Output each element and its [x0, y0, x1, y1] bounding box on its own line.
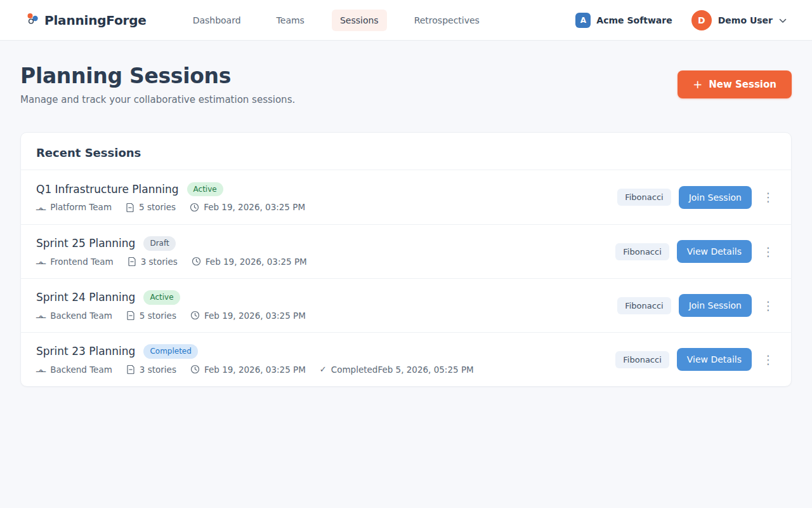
brand-title: PlanningForge [44, 13, 147, 28]
team-name: Backend Team [50, 364, 112, 375]
team-meta: ـمـ Backend Team [36, 311, 112, 321]
deck-chip: Fibonacci [615, 243, 669, 260]
team-icon: ـمـ [36, 311, 46, 319]
user-name: Demo User [718, 15, 773, 25]
session-main: Sprint 25 Planning Draft ـمـ Frontend Te… [36, 236, 615, 266]
stories-meta: 5 stories [126, 311, 176, 321]
session-meta: ـمـ Backend Team 3 stories [36, 364, 615, 375]
team-name: Backend Team [50, 311, 112, 321]
session-row: Sprint 25 Planning Draft ـمـ Frontend Te… [21, 224, 791, 278]
session-title: Sprint 24 Planning [36, 291, 135, 304]
brand[interactable]: PlanningForge [25, 11, 147, 29]
recent-sessions-card: Recent Sessions Q1 Infrastructure Planni… [20, 132, 792, 387]
user-menu[interactable]: D Demo User [691, 10, 787, 30]
session-main: Sprint 23 Planning Completed ـمـ Backend… [36, 344, 615, 374]
document-icon [126, 311, 135, 320]
nav-item-dashboard[interactable]: Dashboard [185, 10, 249, 31]
deck-chip: Fibonacci [617, 189, 671, 206]
session-meta: ـمـ Frontend Team 3 stories [36, 257, 615, 267]
session-list: Q1 Infrastructure Planning Active ـمـ Pl… [21, 170, 791, 386]
completed-info: ✓ CompletedFeb 5, 2026, 05:25 PM [320, 364, 474, 375]
session-main: Q1 Infrastructure Planning Active ـمـ Pl… [36, 182, 617, 212]
clock-icon [190, 364, 200, 374]
document-icon [126, 364, 135, 374]
completed-text: CompletedFeb 5, 2026, 05:25 PM [331, 364, 474, 375]
session-date: Feb 19, 2026, 03:25 PM [204, 202, 305, 212]
stories-count: 5 stories [139, 202, 176, 212]
org-name: Acme Software [596, 15, 672, 25]
session-date: Feb 19, 2026, 03:25 PM [204, 311, 306, 321]
session-row: Sprint 24 Planning Active ـمـ Backend Te… [21, 278, 791, 332]
session-meta: ـمـ Backend Team 5 stories [36, 311, 617, 321]
session-title: Sprint 25 Planning [36, 237, 135, 250]
kebab-menu-icon[interactable]: ⋮ [761, 189, 776, 206]
session-action-button[interactable]: Join Session [679, 186, 752, 209]
team-icon: ـمـ [36, 203, 46, 211]
main-nav: DashboardTeamsSessionsRetrospectives [185, 10, 488, 31]
nav-item-sessions[interactable]: Sessions [332, 10, 387, 31]
session-side: Fibonacci View Details ⋮ [615, 348, 776, 371]
card-header: Recent Sessions [21, 133, 791, 170]
document-icon [126, 203, 134, 212]
stories-count: 3 stories [140, 364, 176, 375]
session-action-button[interactable]: Join Session [679, 294, 752, 317]
session-date: Feb 19, 2026, 03:25 PM [206, 257, 307, 267]
date-meta: Feb 19, 2026, 03:25 PM [190, 311, 306, 321]
nav-item-teams[interactable]: Teams [268, 10, 313, 31]
header-right: A Acme Software D Demo User [575, 10, 787, 30]
session-row: Q1 Infrastructure Planning Active ـمـ Pl… [21, 170, 791, 224]
team-icon: ـمـ [36, 365, 46, 373]
team-meta: ـمـ Frontend Team [36, 257, 114, 267]
team-name: Frontend Team [50, 257, 114, 267]
stories-meta: 3 stories [126, 364, 176, 375]
new-session-label: New Session [709, 79, 776, 90]
kebab-menu-icon[interactable]: ⋮ [761, 243, 776, 260]
team-icon: ـمـ [36, 257, 46, 265]
nav-item-retrospectives[interactable]: Retrospectives [406, 10, 488, 31]
logo-icon [25, 11, 39, 29]
team-meta: ـمـ Platform Team [36, 202, 112, 212]
session-side: Fibonacci Join Session ⋮ [617, 186, 776, 209]
status-badge: Active [143, 290, 180, 304]
stories-count: 3 stories [141, 257, 178, 267]
org-avatar: A [575, 13, 591, 28]
check-icon: ✓ [320, 364, 327, 374]
deck-chip: Fibonacci [615, 351, 669, 368]
app-header: PlanningForge DashboardTeamsSessionsRetr… [0, 0, 812, 41]
session-side: Fibonacci Join Session ⋮ [617, 294, 776, 317]
status-badge: Draft [143, 236, 175, 250]
clock-icon [190, 311, 200, 320]
clock-icon [190, 203, 199, 212]
status-badge: Completed [143, 344, 197, 358]
session-meta: ـمـ Platform Team 5 stories [36, 202, 617, 212]
date-meta: Feb 19, 2026, 03:25 PM [192, 257, 307, 267]
document-icon [128, 257, 136, 266]
session-row: Sprint 23 Planning Completed ـمـ Backend… [21, 332, 791, 386]
card-title: Recent Sessions [36, 146, 141, 159]
stories-meta: 5 stories [126, 202, 176, 212]
session-side: Fibonacci View Details ⋮ [615, 240, 776, 263]
date-meta: Feb 19, 2026, 03:25 PM [190, 364, 306, 375]
status-badge: Active [187, 182, 223, 196]
session-title: Sprint 23 Planning [36, 345, 135, 358]
user-avatar: D [691, 10, 712, 30]
plus-icon: + [693, 79, 702, 90]
stories-count: 5 stories [140, 311, 176, 321]
date-meta: Feb 19, 2026, 03:25 PM [190, 202, 305, 212]
session-main: Sprint 24 Planning Active ـمـ Backend Te… [36, 290, 617, 320]
team-meta: ـمـ Backend Team [36, 364, 112, 375]
chevron-down-icon [779, 14, 787, 26]
stories-meta: 3 stories [128, 257, 178, 267]
session-action-button[interactable]: View Details [677, 348, 752, 371]
kebab-menu-icon[interactable]: ⋮ [761, 351, 776, 368]
page-subtitle: Manage and track your collaborative esti… [20, 94, 295, 105]
page-head: Planning Sessions Manage and track your … [20, 64, 792, 105]
kebab-menu-icon[interactable]: ⋮ [761, 297, 776, 314]
page-title: Planning Sessions [20, 64, 295, 88]
team-name: Platform Team [50, 202, 112, 212]
session-title: Q1 Infrastructure Planning [36, 183, 179, 196]
new-session-button[interactable]: + New Session [678, 70, 792, 98]
deck-chip: Fibonacci [617, 297, 671, 314]
org-badge: A Acme Software [575, 13, 672, 28]
session-action-button[interactable]: View Details [677, 240, 752, 263]
